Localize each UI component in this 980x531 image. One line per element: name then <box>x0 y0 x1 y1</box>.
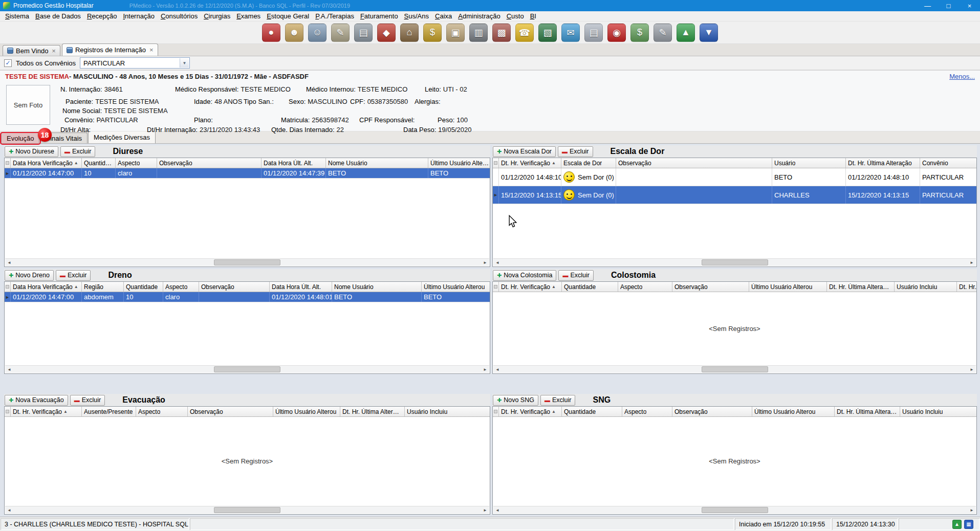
column-header-usuario-incluiu[interactable]: Usuário Incluiu <box>900 407 977 416</box>
column-header-quantidade[interactable]: Quantidade <box>82 158 116 168</box>
scrollbar-track[interactable] <box>502 366 968 373</box>
column-header-aspecto[interactable]: Aspecto <box>622 407 672 416</box>
menu-item-estoque-geral[interactable]: Estoque Geral <box>264 11 312 21</box>
column-header-dt-hr-verificacao[interactable]: Dt. Hr. Verificação▲ <box>499 407 562 416</box>
column-header-dt-hr[interactable]: Dt. Hr. <box>957 282 977 292</box>
column-header-aspecto[interactable]: Aspecto <box>618 282 672 292</box>
column-header-data-hora-verificacao[interactable]: Data Hora Verificação▲ <box>11 282 82 292</box>
column-header-observacao[interactable]: Observação <box>188 407 273 416</box>
scrollbar-track[interactable] <box>13 506 481 514</box>
notes-icon[interactable]: ✎ <box>654 24 672 42</box>
menu-item-cirurgias[interactable]: Cirurgias <box>201 11 233 21</box>
menu-item-recepcao[interactable]: Recepção <box>84 11 120 21</box>
button-excluir[interactable]: ▬Excluir <box>558 270 594 281</box>
column-header-observacao[interactable]: Observação <box>616 158 772 168</box>
table-row[interactable]: ►01/12/2020 14:47:0010claro01/12/2020 14… <box>5 168 490 179</box>
chat-icon[interactable]: ✉ <box>561 24 580 42</box>
column-header-ultimo-usuario-alterou[interactable]: Último Usuário Alterou <box>752 407 835 416</box>
horizontal-scrollbar[interactable]: ◄► <box>5 258 489 266</box>
scrollbar-thumb[interactable] <box>214 259 280 266</box>
scroll-right-icon[interactable]: ► <box>481 366 489 373</box>
column-header-aspecto[interactable]: Aspecto <box>116 158 157 168</box>
scrollbar-thumb[interactable] <box>702 366 768 372</box>
column-header-ultimo-usuario-alterou[interactable]: Último Usuário Alterou <box>422 282 490 292</box>
menu-item-caixa[interactable]: Caixa <box>432 11 455 21</box>
scrollbar-thumb[interactable] <box>702 259 768 266</box>
scroll-left-icon[interactable]: ◄ <box>493 506 502 514</box>
chart-green-icon[interactable]: ▲ <box>677 24 695 42</box>
menu-item-exames[interactable]: Exames <box>233 11 264 21</box>
horizontal-scrollbar[interactable]: ◄► <box>493 506 976 514</box>
horizontal-scrollbar[interactable]: ◄► <box>5 365 489 373</box>
ambulance-icon[interactable]: ◆ <box>377 24 396 42</box>
column-header-escala-de-dor[interactable]: Escala de Dor <box>561 158 616 168</box>
scrollbar-track[interactable] <box>13 366 481 373</box>
column-header-dt-hr-ultima-alteracao[interactable]: Dt. Hr. Última Alteração <box>340 407 405 416</box>
table-row[interactable]: 01/12/2020 14:48:10Sem Dor (0)BETO01/12/… <box>493 168 976 186</box>
scroll-right-icon[interactable]: ► <box>968 506 976 514</box>
money-icon[interactable]: $ <box>423 24 442 42</box>
column-header-dt-hr-ultima-alteracao[interactable]: Dt. Hr. Última Alteração <box>835 407 900 416</box>
tab-registros-de-internacao[interactable]: Registros de Internação× <box>62 43 158 56</box>
menu-item-sus-ans[interactable]: Sus/Ans <box>401 11 432 21</box>
ledger-icon[interactable]: ▧ <box>538 24 557 42</box>
menu-item-p-a-terapias[interactable]: P.A./Terapias <box>312 11 357 21</box>
column-header-dt-hr-verificacao[interactable]: Dt. Hr. Verificação▲ <box>499 158 561 168</box>
button-nova-colostomia[interactable]: ✚Nova Colostomia <box>493 270 556 281</box>
scroll-left-icon[interactable]: ◄ <box>493 259 502 266</box>
column-header-dt-hr-ultima-alteracao[interactable]: Dt. Hr. Última Alteração <box>827 282 895 292</box>
scrollbar-track[interactable] <box>502 259 968 266</box>
column-header-convenio[interactable]: Convênio <box>920 158 977 168</box>
scroll-left-icon[interactable]: ◄ <box>5 259 13 266</box>
phone-icon[interactable]: ☎ <box>515 24 534 42</box>
scrollbar-thumb[interactable] <box>702 507 768 513</box>
register-icon[interactable]: ▤ <box>354 24 373 42</box>
menu-item-sistema[interactable]: Sistema <box>2 11 32 21</box>
button-novo-dreno[interactable]: ✚Novo Dreno <box>5 270 54 281</box>
column-header-usuario-incluiu[interactable]: Usuário Incluiu <box>405 407 490 416</box>
column-header-data-hora-ult-alt[interactable]: Data Hora Últ. Alt. <box>262 158 326 168</box>
button-excluir[interactable]: ▬Excluir <box>558 146 593 157</box>
prescription-icon[interactable]: ✎ <box>331 24 350 42</box>
button-excluir[interactable]: ▬Excluir <box>60 146 96 157</box>
todos-convenios-checkbox[interactable]: ✓ <box>4 59 12 67</box>
column-header-ausente-presente[interactable]: Ausente/Presente <box>82 407 136 416</box>
column-header-usuario[interactable]: Usuário <box>772 158 846 168</box>
column-header-nome-usuario[interactable]: Nome Usuário <box>332 282 422 292</box>
minimize-button[interactable]: — <box>917 0 938 11</box>
button-novo-sng[interactable]: ✚Novo SNG <box>493 395 538 406</box>
horizontal-scrollbar[interactable]: ◄► <box>493 258 976 266</box>
chevron-down-icon[interactable]: ▼ <box>180 58 189 68</box>
column-header-quantidade[interactable]: Quantidade <box>562 407 622 416</box>
column-header-observacao[interactable]: Observação <box>157 158 262 168</box>
monitor-icon[interactable]: ▲ <box>952 520 962 529</box>
scroll-left-icon[interactable]: ◄ <box>493 366 502 373</box>
button-nova-evacuacao[interactable]: ✚Nova Evacuação <box>5 395 68 406</box>
column-header-nome-usuario[interactable]: Nome Usuário <box>326 158 428 168</box>
scrollbar-track[interactable] <box>13 259 481 266</box>
database-icon[interactable]: ▦ <box>964 520 973 529</box>
convenio-combobox[interactable]: PARTICULAR ▼ <box>80 57 190 69</box>
globe-icon[interactable]: ● <box>262 24 280 42</box>
people-icon[interactable]: ☻ <box>285 24 303 42</box>
button-nova-escala-dor[interactable]: ✚Nova Escala Dor <box>493 146 556 157</box>
column-header-aspecto[interactable]: Aspecto <box>163 282 199 292</box>
column-header-quantidade[interactable]: Quantidade <box>124 282 163 292</box>
column-header-quantidade[interactable]: Quantidade <box>562 282 618 292</box>
tab-close-icon[interactable]: × <box>52 47 56 55</box>
table-row[interactable]: ►01/12/2020 14:47:00abdomem10claro01/12/… <box>5 292 490 302</box>
power-icon[interactable]: ◉ <box>607 24 626 42</box>
scroll-left-icon[interactable]: ◄ <box>5 506 13 514</box>
button-novo-diurese[interactable]: ✚Novo Diurese <box>5 146 58 157</box>
menu-item-internacao[interactable]: Internação <box>120 11 157 21</box>
button-excluir[interactable]: ▬Excluir <box>540 395 576 406</box>
scrollbar-thumb[interactable] <box>214 366 280 372</box>
column-header-observacao[interactable]: Observação <box>672 407 752 416</box>
tab-close-icon[interactable]: × <box>149 46 154 54</box>
menos-link[interactable]: Menos... <box>949 73 975 80</box>
chart-blue-icon[interactable]: ▼ <box>700 24 718 42</box>
package-icon[interactable]: ▣ <box>446 24 465 42</box>
column-header-regiao[interactable]: Região <box>82 282 124 292</box>
warehouse-icon[interactable]: ⌂ <box>400 24 419 42</box>
reception-icon[interactable]: ☺ <box>308 24 326 42</box>
